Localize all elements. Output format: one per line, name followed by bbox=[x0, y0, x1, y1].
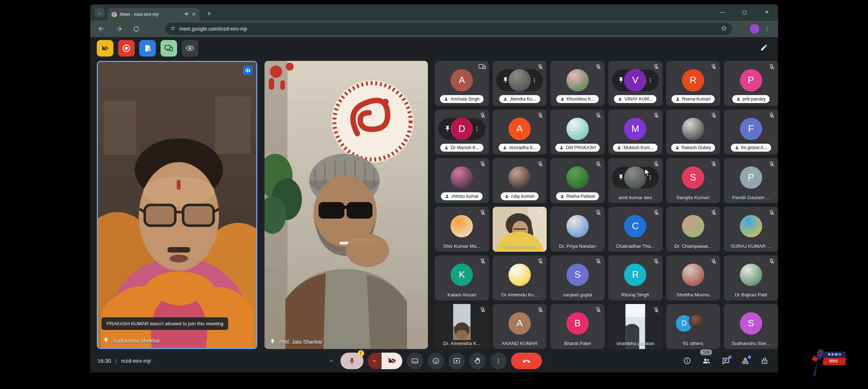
reactions-button[interactable] bbox=[428, 353, 444, 369]
preview-extension-icon[interactable] bbox=[182, 40, 198, 57]
camera-options-chevron[interactable] bbox=[368, 353, 381, 369]
mic-off-icon bbox=[479, 112, 486, 120]
participant-tile[interactable]: chhotu kumar bbox=[435, 158, 489, 203]
bookmark-star-icon[interactable] bbox=[721, 25, 727, 33]
pin-icon[interactable] bbox=[618, 77, 624, 84]
person-icon bbox=[503, 97, 507, 101]
participant-avatar: P bbox=[740, 69, 762, 91]
participant-tile[interactable]: P Pandit Gautam ... bbox=[724, 158, 778, 203]
more-options-icon[interactable] bbox=[647, 77, 653, 83]
back-button[interactable] bbox=[95, 23, 108, 35]
participant-avatar: A bbox=[508, 312, 531, 335]
participant-tile[interactable]: D Dr Manish K... bbox=[435, 109, 489, 155]
microphone-button[interactable]: ! bbox=[340, 353, 363, 369]
participant-tile[interactable]: amit kumar deo bbox=[608, 158, 663, 203]
tab-close-icon[interactable]: ✕ bbox=[192, 12, 196, 17]
participant-tile[interactable]: Shiv Kumar Ma... bbox=[435, 207, 489, 252]
participant-tile[interactable]: Rekha Paliwal bbox=[550, 158, 605, 203]
mic-off-icon bbox=[595, 161, 602, 169]
site-settings-icon[interactable] bbox=[170, 26, 176, 32]
participant-tile[interactable]: Dr Bajirao Patil bbox=[724, 255, 778, 300]
pin-icon[interactable] bbox=[618, 174, 624, 181]
featured-tile-prof-jata-shankar[interactable]: Prof. Jata Shankar bbox=[265, 61, 428, 349]
camera-off-button[interactable] bbox=[381, 353, 402, 369]
person-icon bbox=[560, 194, 564, 198]
devices-extension-icon[interactable] bbox=[161, 40, 177, 57]
participant-tile[interactable]: B Bharat Patel bbox=[550, 304, 605, 349]
pin-icon[interactable] bbox=[502, 77, 509, 84]
participant-tile[interactable]: Dr. Priya Nandan bbox=[550, 207, 605, 252]
more-options-icon[interactable] bbox=[532, 77, 537, 83]
reload-button[interactable] bbox=[130, 23, 142, 35]
participant-avatar bbox=[682, 264, 704, 286]
mic-off-icon bbox=[653, 258, 660, 266]
url-text: meet.google.com/mzd-eirx-mjr bbox=[179, 26, 717, 32]
tab-search-button[interactable]: ⌄ bbox=[95, 8, 104, 17]
window-minimize-button[interactable]: — bbox=[711, 4, 733, 19]
participant-tile[interactable]: K Kalam Ansari bbox=[435, 255, 489, 300]
participant-name: Dr. Priya Nandan bbox=[559, 243, 596, 249]
person-icon bbox=[675, 146, 679, 150]
participant-avatar bbox=[566, 166, 589, 189]
participant-tile[interactable]: Dr Amlendu Ku... bbox=[493, 255, 547, 300]
participant-tile[interactable]: S Sangita Kumari bbox=[666, 158, 720, 203]
participant-tile[interactable]: A ANAND KUMAR bbox=[493, 304, 547, 349]
tab-audio-icon[interactable] bbox=[184, 11, 189, 18]
participant-tile[interactable]: Dr. Amrendra K... bbox=[435, 304, 489, 349]
window-maximize-button[interactable]: ▢ bbox=[733, 4, 756, 19]
participant-tile[interactable]: Shobha Murmu bbox=[666, 255, 720, 300]
url-bar[interactable]: meet.google.com/mzd-eirx-mjr bbox=[165, 23, 732, 35]
capture-extension-icon[interactable] bbox=[97, 40, 113, 57]
new-tab-button[interactable]: + bbox=[204, 9, 214, 19]
participant-tile[interactable]: V VINAY KUM... bbox=[608, 61, 663, 106]
mic-options-chevron[interactable] bbox=[327, 353, 336, 369]
notes-extension-icon[interactable] bbox=[139, 40, 156, 57]
participant-tile[interactable]: F fm global A... bbox=[724, 109, 778, 155]
participant-tile[interactable]: shivani sharma bbox=[493, 207, 547, 252]
browser-window: ⌄ Meet - mzd-eirx-mjr ✕ + — ▢ ✕ bbox=[90, 4, 778, 372]
participant-tile[interactable]: ruby kumari bbox=[493, 158, 547, 203]
participant-tile[interactable]: S sanjeet gupta bbox=[550, 255, 605, 300]
raise-hand-button[interactable] bbox=[469, 353, 486, 369]
participant-tile[interactable]: A Anchala Singh bbox=[435, 61, 489, 106]
activities-button[interactable] bbox=[741, 357, 750, 365]
pin-icon[interactable] bbox=[444, 125, 451, 132]
participant-tile[interactable]: P priti pandey bbox=[724, 61, 778, 106]
participant-tile[interactable]: SURAJ KUMAR ... bbox=[724, 207, 778, 252]
meeting-details-button[interactable] bbox=[683, 357, 691, 365]
participant-tile[interactable]: D 91 others bbox=[666, 304, 720, 349]
participant-tile[interactable]: R Rituraj Singh bbox=[608, 255, 663, 300]
browser-menu-icon[interactable]: ⋮ bbox=[763, 24, 772, 33]
mic-off-icon bbox=[710, 258, 717, 266]
present-screen-button[interactable] bbox=[448, 353, 465, 369]
more-options-button[interactable] bbox=[490, 353, 507, 369]
featured-tile-sudhanshu-shekhar[interactable]: PRAKASH KUMAR wasn't allowed to join thi… bbox=[97, 61, 257, 349]
more-options-icon[interactable] bbox=[474, 126, 480, 132]
chat-panel-button[interactable] bbox=[722, 357, 730, 365]
browser-tab[interactable]: Meet - mzd-eirx-mjr ✕ bbox=[108, 8, 199, 21]
participant-tile[interactable]: A Anuradha K... bbox=[493, 109, 547, 155]
participant-tile[interactable]: shambhu paswan bbox=[608, 304, 663, 349]
participant-tile[interactable]: Rakesh Dubey bbox=[666, 109, 720, 155]
captions-button[interactable] bbox=[407, 353, 423, 369]
edit-pen-icon[interactable] bbox=[760, 44, 768, 53]
participant-tile[interactable]: Khushboo K... bbox=[550, 61, 605, 106]
forward-button[interactable] bbox=[113, 23, 125, 35]
participant-tile[interactable]: Jitendra Ku... bbox=[493, 61, 547, 106]
host-controls-button[interactable] bbox=[760, 357, 769, 365]
browser-tab-strip: ⌄ Meet - mzd-eirx-mjr ✕ + — ▢ ✕ bbox=[90, 4, 778, 21]
chat-notification-dot bbox=[728, 356, 732, 359]
watermark-line2: संवाद bbox=[823, 358, 846, 365]
participant-tile[interactable]: M Mukesh Kum... bbox=[608, 109, 663, 155]
window-close-button[interactable]: ✕ bbox=[756, 4, 778, 19]
end-call-button[interactable] bbox=[511, 353, 542, 369]
participant-tile[interactable]: R Reena Kumari bbox=[666, 61, 720, 106]
profile-avatar[interactable] bbox=[750, 24, 759, 33]
record-extension-icon[interactable] bbox=[118, 40, 135, 57]
participant-tile[interactable]: C Chakradhar Tha... bbox=[608, 207, 663, 252]
participant-name: OM PRAKASH bbox=[555, 144, 600, 152]
people-panel-button[interactable]: 128 bbox=[702, 357, 711, 365]
participant-tile[interactable]: OM PRAKASH bbox=[550, 109, 605, 155]
participant-tile[interactable]: S Sudhanshu She... bbox=[724, 304, 778, 349]
participant-tile[interactable]: Dr. Champawat... bbox=[666, 207, 720, 252]
